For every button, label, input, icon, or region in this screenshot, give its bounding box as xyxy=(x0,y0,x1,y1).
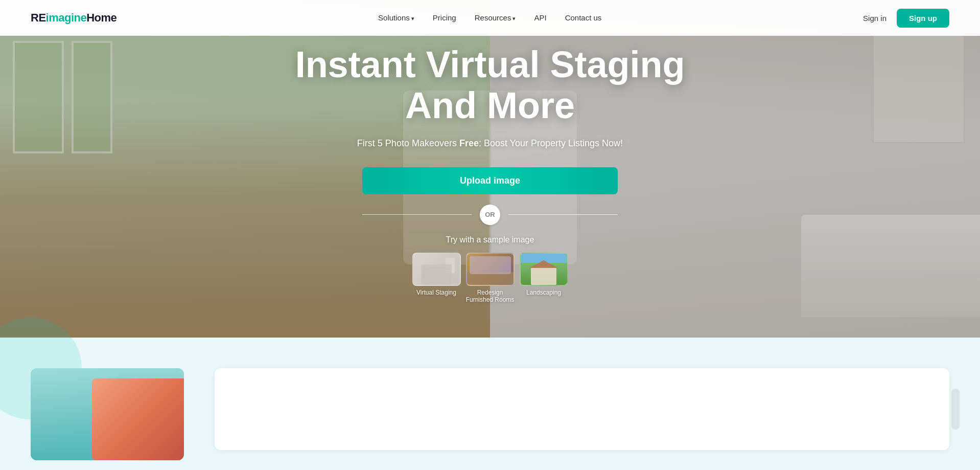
nav-contact-link[interactable]: Contact us xyxy=(565,13,602,22)
hero-subtitle: First 5 Photo Makeovers Free: Boost Your… xyxy=(357,138,623,149)
bottom-section xyxy=(0,338,980,470)
hero-content: Instant Virtual Staging And More First 5… xyxy=(0,0,980,338)
subtitle-prefix: First 5 Photo Makeovers xyxy=(357,138,459,148)
nav-pricing[interactable]: Pricing xyxy=(433,13,456,23)
try-sample-label: Try with a sample image xyxy=(446,235,534,244)
sample-label-landscaping: Landscaping xyxy=(526,289,561,296)
sample-thumb-inner-3 xyxy=(521,254,567,285)
nav-auth: Sign in Sign up xyxy=(863,9,949,28)
nav-api[interactable]: API xyxy=(534,13,546,23)
sample-thumb-virtual-staging xyxy=(412,253,461,286)
sample-images-container: Virtual Staging Redesign Furnished Rooms xyxy=(412,253,568,303)
subtitle-suffix: : Boost Your Property Listings Now! xyxy=(479,138,623,148)
navbar: REimagineHome Solutions Pricing Resource… xyxy=(0,0,980,36)
sample-redesign[interactable]: Redesign Furnished Rooms xyxy=(466,253,515,303)
nav-solutions-link[interactable]: Solutions xyxy=(378,13,414,22)
sample-landscaping[interactable]: Landscaping xyxy=(520,253,568,303)
logo[interactable]: REimagineHome xyxy=(31,11,116,25)
sample-label-virtual-staging: Virtual Staging xyxy=(416,289,456,296)
sample-thumb-landscaping xyxy=(520,253,568,286)
scroll-indicator[interactable] xyxy=(951,389,960,430)
sample-thumb-inner-1 xyxy=(413,254,460,285)
nav-contact[interactable]: Contact us xyxy=(565,13,602,23)
sample-thumb-redesign xyxy=(466,253,515,286)
nav-solutions[interactable]: Solutions xyxy=(378,13,414,23)
logo-home: Home xyxy=(86,11,116,24)
sample-virtual-staging[interactable]: Virtual Staging xyxy=(412,253,461,303)
nav-resources[interactable]: Resources xyxy=(475,13,516,23)
nav-api-link[interactable]: API xyxy=(534,13,546,22)
or-line-right xyxy=(508,214,618,215)
upload-image-button[interactable]: Upload image xyxy=(362,167,618,194)
sample-label-redesign: Redesign Furnished Rooms xyxy=(466,289,515,303)
hero-title: Instant Virtual Staging And More xyxy=(260,44,720,125)
nav-pricing-link[interactable]: Pricing xyxy=(433,13,456,22)
subtitle-free: Free xyxy=(459,138,479,148)
or-divider: OR xyxy=(362,205,618,225)
nav-links: Solutions Pricing Resources API Contact … xyxy=(378,13,601,23)
or-line-left xyxy=(362,214,472,215)
logo-re: RE xyxy=(31,11,46,24)
bottom-card xyxy=(31,368,184,460)
nav-resources-link[interactable]: Resources xyxy=(475,13,516,22)
signin-link[interactable]: Sign in xyxy=(863,14,886,23)
hero-section: Instant Virtual Staging And More First 5… xyxy=(0,0,980,338)
bottom-white-card xyxy=(215,368,949,450)
sample-thumb-inner-2 xyxy=(467,254,514,285)
logo-imagine: imagine xyxy=(46,11,87,24)
signup-button[interactable]: Sign up xyxy=(897,9,949,28)
bottom-photo xyxy=(92,378,184,460)
or-circle: OR xyxy=(480,205,500,225)
